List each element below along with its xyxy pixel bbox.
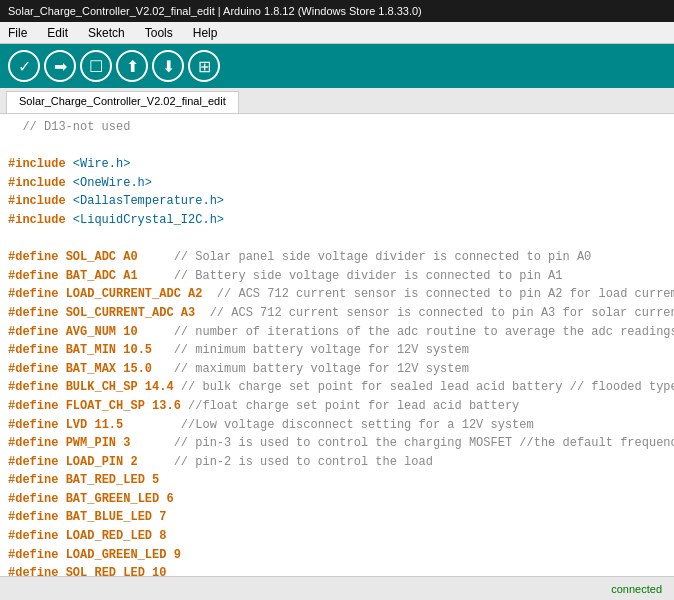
menu-tools[interactable]: Tools xyxy=(141,25,177,41)
upload-button[interactable]: ➡ xyxy=(44,50,76,82)
open-button[interactable]: ⬆ xyxy=(116,50,148,82)
verify-button[interactable]: ✓ xyxy=(8,50,40,82)
connection-status: connected xyxy=(611,583,662,595)
menu-help[interactable]: Help xyxy=(189,25,222,41)
menu-bar: File Edit Sketch Tools Help xyxy=(0,22,674,44)
serial-monitor-button[interactable]: ⊞ xyxy=(188,50,220,82)
title-text: Solar_Charge_Controller_V2.02_final_edit… xyxy=(8,5,422,17)
code-content: // D13-not used #include <Wire.h> #inclu… xyxy=(8,118,666,576)
menu-edit[interactable]: Edit xyxy=(43,25,72,41)
title-bar: Solar_Charge_Controller_V2.02_final_edit… xyxy=(0,0,674,22)
code-editor[interactable]: // D13-not used #include <Wire.h> #inclu… xyxy=(0,114,674,576)
new-button[interactable]: ☐ xyxy=(80,50,112,82)
toolbar: ✓ ➡ ☐ ⬆ ⬇ ⊞ xyxy=(0,44,674,88)
menu-file[interactable]: File xyxy=(4,25,31,41)
status-bar: connected xyxy=(0,576,674,600)
save-button[interactable]: ⬇ xyxy=(152,50,184,82)
menu-sketch[interactable]: Sketch xyxy=(84,25,129,41)
editor-tab[interactable]: Solar_Charge_Controller_V2.02_final_edit xyxy=(6,91,239,113)
tab-bar: Solar_Charge_Controller_V2.02_final_edit xyxy=(0,88,674,114)
